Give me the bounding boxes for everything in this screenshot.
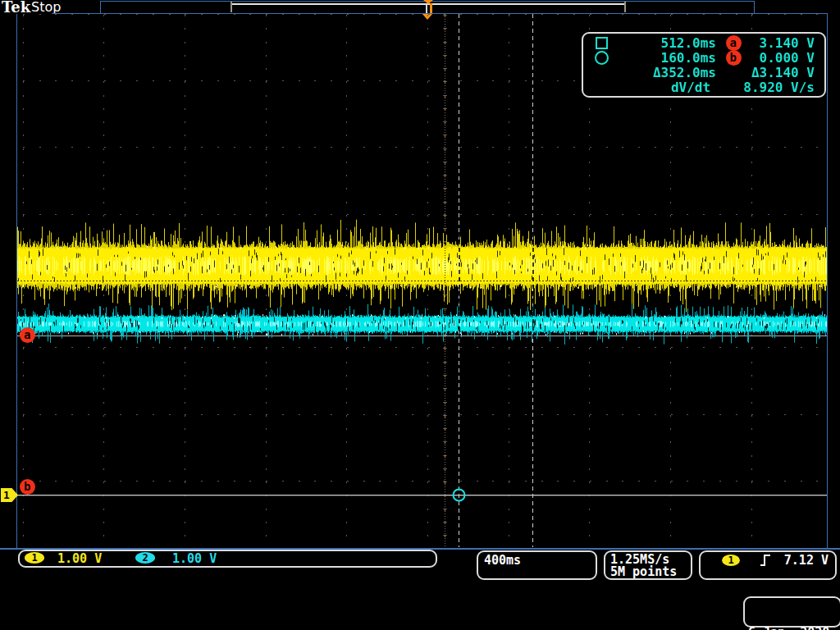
record-window-right-bracket: [624, 2, 626, 12]
cursor-a-row: 512.0ms a 3.140 V: [583, 35, 824, 50]
date-text: 6 Jan 2020: [748, 626, 840, 630]
trigger-box: 1 7.12 V: [699, 550, 837, 580]
cursor-b-time: 160.0ms: [619, 50, 716, 66]
record-length: 5M points: [610, 564, 677, 579]
cursor-a-time: 512.0ms: [619, 35, 716, 51]
dvdt-label: dV/dt: [618, 80, 710, 95]
oscilloscope-screen: { "palette": { "frame_blue": "#3e6fb2", …: [0, 0, 840, 630]
cursor-delta-time: Δ352.0ms: [619, 65, 716, 80]
trigger-position-bar-orange: [430, 3, 432, 13]
cursor-b-level-marker: b: [20, 479, 35, 495]
trigger-level: 7.12 V: [784, 553, 829, 568]
cursor-a-value: 3.140 V: [751, 35, 824, 51]
horizontal-scale-box: 400ms: [477, 550, 597, 580]
screen-border-right: [827, 13, 828, 548]
cursor-b-value: 0.000 V: [751, 50, 824, 66]
ch1-badge: 1: [25, 552, 44, 564]
cursor-a-square-icon: [583, 37, 619, 49]
acquisition-box: 1.25MS/s 5M points: [604, 550, 692, 580]
ch1-ground-marker: 1: [1, 488, 18, 502]
trigger-position-bar-gray: [426, 3, 427, 13]
cursor-dvdt-row: dV/dt 8.920 V/s: [583, 80, 824, 94]
record-window-left-bracket: [231, 2, 232, 12]
channel-scale-box: 1 1.00 V 2 1.00 V: [18, 550, 437, 568]
horizontal-scale: 400ms: [484, 553, 521, 568]
datetime-box: 6 Jan 2020 21:33:18: [743, 596, 840, 628]
cursor-readout-box: 512.0ms a 3.140 V 160.0ms b 0.000 V Δ352…: [582, 32, 826, 98]
cursor-a-badge: a: [726, 35, 742, 51]
cursor-b-row: 160.0ms b 0.000 V: [583, 50, 824, 65]
ch2-badge: 2: [135, 552, 155, 564]
cursor-delta-row: Δ352.0ms Δ3.140 V: [583, 65, 824, 80]
cursor-b-circle-icon: [583, 51, 619, 65]
ch2-scale: 1.00 V: [172, 551, 217, 566]
trigger-source-badge: 1: [722, 555, 740, 566]
cursor-delta-value: Δ3.140 V: [751, 65, 824, 80]
cursor-a-level-marker: a: [20, 327, 35, 343]
rising-edge-icon: [760, 554, 771, 567]
dvdt-value: 8.920 V/s: [743, 80, 824, 95]
ch1-scale: 1.00 V: [57, 551, 102, 566]
cursor-b-badge: b: [726, 50, 742, 66]
